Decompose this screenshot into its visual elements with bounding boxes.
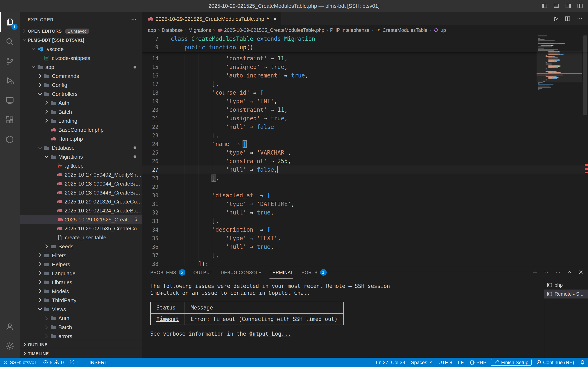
tree-item-2025-10-29-021525-create[interactable]: 2025-10-29-021525_Create... 5 — [20, 215, 142, 224]
chevron-right-icon[interactable] — [37, 73, 43, 79]
panel-tab-debug-console[interactable]: DEBUG CONSOLE — [221, 266, 261, 278]
code-line-26[interactable]: 26 'constraint' ⇒ 255, — [142, 157, 588, 166]
tree-item-libraries[interactable]: Libraries — [20, 278, 142, 287]
activitybar-accounts[interactable] — [0, 317, 20, 336]
layout-customize-icon[interactable] — [577, 3, 583, 9]
breadcrumb-item-migrations[interactable]: Migrations — [189, 27, 211, 33]
tree-item-commands[interactable]: Commands — [20, 71, 142, 80]
tree-item-helpers[interactable]: Helpers — [20, 260, 142, 269]
chevron-right-icon[interactable] — [37, 261, 43, 267]
breadcrumb-item-2025-10-29-021525-createmodulestable-php[interactable]: 2025-10-29-021525_CreateModulesTable.php — [217, 27, 324, 33]
tree-item-auth[interactable]: Auth — [20, 314, 142, 323]
tree-item-auth[interactable]: Auth — [20, 98, 142, 107]
statusbar-problems[interactable]: 50 — [40, 358, 67, 367]
chevron-down-icon[interactable] — [30, 64, 37, 70]
layout-sidebar-right-icon[interactable] — [565, 3, 571, 9]
chevron-right-icon[interactable] — [37, 252, 43, 259]
statusbar-finish-setup[interactable]: Finish Setup — [491, 359, 532, 366]
breadcrumb-item-up[interactable]: up — [433, 27, 446, 33]
chevron-right-icon[interactable] — [37, 270, 43, 276]
open-editors-header[interactable]: OPEN EDITORS 1 unsaved — [20, 26, 142, 35]
tree-item-batch[interactable]: Batch — [20, 107, 142, 116]
chevron-right-icon[interactable] — [37, 297, 43, 303]
tree-item-batch[interactable]: Batch — [20, 323, 142, 332]
code-line-37[interactable]: 37 ], — [142, 251, 588, 260]
code-line-33[interactable]: 33 ], — [142, 217, 588, 225]
outline-header[interactable]: OUTLINE — [20, 340, 142, 349]
code-line-23[interactable]: 23 ], — [142, 131, 588, 140]
code-line-17[interactable]: 17 ], — [142, 80, 588, 89]
chevron-right-icon[interactable] — [21, 350, 28, 357]
split-editor-icon[interactable] — [564, 16, 571, 22]
tree-item-create-user-table[interactable]: create_user-table — [20, 233, 142, 242]
code-line-32[interactable]: 32 'null' ⇒ true, — [142, 208, 588, 217]
tree-item-basecontroller-php[interactable]: BaseController.php — [20, 125, 142, 134]
chevron-down-icon[interactable] — [37, 91, 43, 97]
code-line-24[interactable]: 24 'name' ⇒ [ — [142, 140, 588, 149]
chevron-down-icon[interactable] — [43, 153, 50, 160]
run-icon[interactable] — [552, 16, 559, 22]
statusbar-encoding[interactable]: UTF-8 — [435, 358, 455, 367]
chevron-down-icon[interactable] — [37, 306, 43, 312]
statusbar-ports[interactable]: 1 — [67, 358, 82, 367]
code-line-16[interactable]: 16 'auto_increment' ⇒ true, — [142, 71, 588, 80]
chevron-right-icon[interactable] — [21, 341, 28, 348]
chevron-right-icon[interactable] — [43, 117, 50, 124]
tree-item-ci-code-snippets[interactable]: ci.code-snippets — [20, 53, 142, 62]
modified-dot[interactable]: ● — [273, 16, 277, 22]
tree-item-gitkeep[interactable]: .gitkeep — [20, 161, 142, 170]
chevron-right-icon[interactable] — [37, 82, 43, 88]
ellipsis-icon[interactable] — [577, 16, 583, 22]
code-line-22[interactable]: 22 'null' ⇒ false — [142, 123, 588, 131]
chevron-up-icon[interactable] — [566, 269, 572, 275]
chevron-right-icon[interactable] — [43, 333, 50, 339]
statusbar-cursor-position[interactable]: Ln 27, Col 33 — [373, 358, 408, 367]
breadcrumb-item-createmodulestable[interactable]: CreateModulesTable — [375, 27, 428, 33]
tree-item-views[interactable]: Views — [20, 305, 142, 314]
activitybar-explorer[interactable]: 1 — [0, 12, 20, 32]
chevron-right-icon[interactable] — [43, 324, 50, 330]
statusbar-indentation[interactable]: Spaces: 4 — [408, 358, 435, 367]
tree-item-migrations[interactable]: Migrations — [20, 152, 142, 161]
statusbar-continue-edit[interactable]: Continue (NE) — [533, 358, 577, 367]
chevron-right-icon[interactable] — [21, 28, 28, 34]
activitybar-source-control[interactable] — [0, 51, 20, 71]
chevron-down-icon[interactable] — [30, 46, 37, 52]
tree-item-2025-10-29-021535-createconte[interactable]: 2025-10-29-021535_CreateConte... — [20, 224, 142, 233]
breadcrumb-item-app[interactable]: app — [148, 27, 156, 33]
tree-item-thirdparty[interactable]: ThirdParty — [20, 296, 142, 305]
panel-tab-problems[interactable]: PROBLEMS 5 — [150, 266, 185, 278]
tree-item-2025-10-27-050402-modifyshiel[interactable]: 2025-10-27-050402_ModifyShiel... — [20, 170, 142, 179]
layout-panel-icon[interactable] — [553, 3, 559, 9]
sidebar-more-icon[interactable] — [131, 16, 137, 23]
scrollbar[interactable] — [582, 35, 588, 266]
code-line-18[interactable]: 18 'course_id' ⇒ [ — [142, 89, 588, 97]
activitybar-extensions[interactable] — [0, 110, 20, 130]
ellipsis-icon[interactable] — [555, 269, 561, 275]
code-line-21[interactable]: 21 'unsigned' ⇒ true, — [142, 114, 588, 123]
statusbar-remote-indicator[interactable]: SSH: btsv01 — [0, 358, 40, 367]
panel-tab-terminal[interactable]: TERMINAL — [270, 266, 293, 278]
tree-item-app[interactable]: app — [20, 62, 142, 71]
tree-item-errors[interactable]: errors — [20, 332, 142, 340]
code-area[interactable]: 14 'constraint' ⇒ 11, 15 'unsigned' ⇒ tr… — [142, 54, 588, 266]
chevron-right-icon[interactable] — [43, 100, 50, 106]
code-line-31[interactable]: 31 'type' ⇒ 'DATETIME', — [142, 200, 588, 208]
timeline-header[interactable]: TIMELINE — [20, 349, 142, 358]
sticky-line-7[interactable]: 7class CreateModulesTable extends Migrat… — [142, 35, 588, 43]
statusbar-vim-mode[interactable]: -- INSERT -- — [82, 358, 115, 367]
activitybar-remote-explorer[interactable] — [0, 91, 20, 110]
terminal-session-remote-s[interactable]: Remote - S... — [544, 290, 588, 299]
code-line-25[interactable]: 25 'type' ⇒ 'VARCHAR', — [142, 149, 588, 157]
code-line-36[interactable]: 36 'null' ⇒ true, — [142, 243, 588, 251]
code-line-30[interactable]: 30 'disabled_at' ⇒ [ — [142, 191, 588, 200]
timeout-link[interactable]: Timeout — [156, 316, 179, 322]
activitybar-extension-extra[interactable] — [0, 130, 20, 149]
minimap[interactable] — [536, 35, 582, 165]
code-line-27[interactable]: 27 'null' ⇒ false, — [142, 166, 588, 174]
tree-item-language[interactable]: Language — [20, 269, 142, 278]
chevron-down-icon[interactable] — [21, 37, 28, 43]
tree-item-filters[interactable]: Filters — [20, 251, 142, 260]
close-icon[interactable] — [578, 269, 584, 275]
code-line-28[interactable]: 28 ], — [142, 174, 588, 183]
